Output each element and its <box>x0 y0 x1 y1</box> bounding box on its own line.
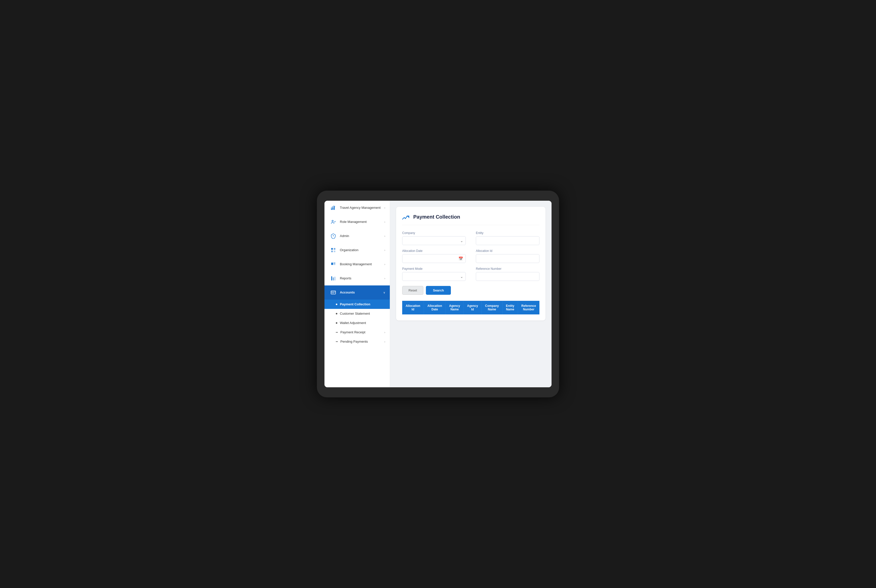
svg-rect-17 <box>332 293 333 293</box>
company-select-wrapper: ⌄ <box>402 236 466 245</box>
svg-point-4 <box>333 235 334 236</box>
sidebar-item-label: Accounts <box>340 291 383 295</box>
accounts-icon <box>330 289 337 296</box>
sidebar-subitem-label: Pending Payments <box>340 340 384 344</box>
entity-label: Entity <box>476 231 539 235</box>
booking-icon <box>330 261 337 268</box>
tablet-frame: Travel Agency Management › Role Manageme… <box>317 190 559 398</box>
svg-rect-1 <box>332 207 333 210</box>
sidebar-item-label: Reports <box>340 276 384 280</box>
chevron-right-icon: › <box>384 331 385 334</box>
sidebar-subitem-wallet-adjustment[interactable]: Wallet Adjustment <box>325 318 390 327</box>
svg-rect-14 <box>335 277 335 280</box>
col-agency-id: AgencyId <box>463 301 481 314</box>
allocation-id-form-group: Allocation Id <box>476 249 539 263</box>
dash-icon <box>336 332 338 333</box>
svg-rect-13 <box>333 278 334 280</box>
sidebar-item-organization[interactable]: Organization › <box>325 243 390 257</box>
reference-number-input[interactable] <box>476 272 539 281</box>
col-company-name: CompanyName <box>481 301 502 314</box>
content-card: Payment Collection Company ⌄ <box>396 207 545 321</box>
sidebar-subitem-label: Customer Statement <box>340 312 370 315</box>
table-container: AllocationId AllocationDate AgencyName A… <box>402 301 539 314</box>
chevron-right-icon: › <box>384 277 385 280</box>
sidebar: Travel Agency Management › Role Manageme… <box>325 201 390 387</box>
tablet-screen: Travel Agency Management › Role Manageme… <box>325 201 551 387</box>
allocation-id-input[interactable] <box>476 254 539 263</box>
sidebar-item-accounts[interactable]: Accounts ∨ <box>325 285 390 300</box>
sidebar-item-booking-management[interactable]: Booking Management › <box>325 257 390 271</box>
chevron-down-icon: ∨ <box>383 291 385 294</box>
sidebar-item-label: Role Management <box>340 220 384 224</box>
sidebar-subitem-payment-collection[interactable]: Payment Collection <box>325 300 390 309</box>
allocation-date-input[interactable] <box>402 254 466 263</box>
dot-icon <box>336 322 337 324</box>
company-label: Company <box>402 231 466 235</box>
payment-collection-icon <box>402 213 410 221</box>
sidebar-subitem-label: Payment Collection <box>340 302 370 306</box>
sidebar-subitem-payment-receipt[interactable]: Payment Receipt › <box>325 327 390 337</box>
entity-input[interactable] <box>476 236 539 245</box>
svg-rect-10 <box>334 263 335 264</box>
button-row: Reset Search <box>402 286 539 295</box>
svg-rect-7 <box>331 250 333 252</box>
role-icon <box>330 218 337 225</box>
svg-rect-0 <box>331 208 332 210</box>
sidebar-subitem-label: Wallet Adjustment <box>340 321 366 325</box>
company-select[interactable] <box>402 236 466 245</box>
admin-icon <box>330 232 337 240</box>
search-button[interactable]: Search <box>426 286 451 295</box>
chevron-right-icon: › <box>384 263 385 266</box>
allocation-date-form-group: Allocation Date 📅 <box>402 249 466 263</box>
svg-rect-5 <box>331 248 333 250</box>
sidebar-subitem-label: Payment Receipt <box>340 330 384 334</box>
svg-rect-15 <box>331 291 335 294</box>
page-header: Payment Collection <box>402 213 539 225</box>
reference-number-form-group: Reference Number <box>476 267 539 281</box>
chevron-right-icon: › <box>384 234 385 237</box>
payment-mode-select[interactable] <box>402 272 466 281</box>
sidebar-item-travel-agency[interactable]: Travel Agency Management › <box>325 201 390 215</box>
main-content: Payment Collection Company ⌄ <box>390 201 551 387</box>
sidebar-item-role-management[interactable]: Role Management › <box>325 215 390 229</box>
col-entity-name: EntityName <box>502 301 518 314</box>
org-icon <box>330 247 337 254</box>
table-head: AllocationId AllocationDate AgencyName A… <box>402 301 539 314</box>
col-allocation-id: AllocationId <box>402 301 424 314</box>
payment-mode-label: Payment Mode <box>402 267 466 270</box>
dot-icon <box>336 313 337 314</box>
col-agency-name: AgencyName <box>446 301 463 314</box>
col-reference-number: ReferenceNumber <box>518 301 539 314</box>
svg-rect-12 <box>331 276 332 280</box>
sidebar-subitem-customer-statement[interactable]: Customer Statement <box>325 309 390 318</box>
entity-form-group: Entity <box>476 231 539 245</box>
payment-mode-form-group: Payment Mode ⌄ <box>402 267 466 281</box>
sidebar-item-label: Booking Management <box>340 262 384 267</box>
chevron-right-icon: › <box>384 340 385 343</box>
sidebar-item-label: Travel Agency Management <box>340 206 384 210</box>
reference-number-label: Reference Number <box>476 267 539 270</box>
dot-icon <box>336 304 337 305</box>
chevron-right-icon: › <box>384 220 385 224</box>
allocation-id-label: Allocation Id <box>476 249 539 253</box>
svg-rect-18 <box>333 293 334 293</box>
svg-rect-8 <box>334 250 335 252</box>
sidebar-item-reports[interactable]: Reports › <box>325 271 390 285</box>
svg-point-3 <box>332 220 334 222</box>
svg-rect-9 <box>331 263 333 265</box>
sidebar-item-label: Organization <box>340 248 384 252</box>
company-form-group: Company ⌄ <box>402 231 466 245</box>
sidebar-item-label: Admin <box>340 234 384 238</box>
bar-chart-icon <box>330 204 337 211</box>
chevron-right-icon: › <box>384 249 385 252</box>
sidebar-subitem-pending-payments[interactable]: Pending Payments › <box>325 337 390 346</box>
col-allocation-date: AllocationDate <box>424 301 446 314</box>
allocation-date-wrapper: 📅 <box>402 254 466 263</box>
reset-button[interactable]: Reset <box>402 286 423 295</box>
sidebar-item-admin[interactable]: Admin › <box>325 229 390 243</box>
svg-rect-11 <box>334 264 335 265</box>
dash-icon <box>336 341 338 342</box>
allocation-date-label: Allocation Date <box>402 249 466 253</box>
payment-mode-select-wrapper: ⌄ <box>402 272 466 281</box>
page-title: Payment Collection <box>413 214 460 220</box>
